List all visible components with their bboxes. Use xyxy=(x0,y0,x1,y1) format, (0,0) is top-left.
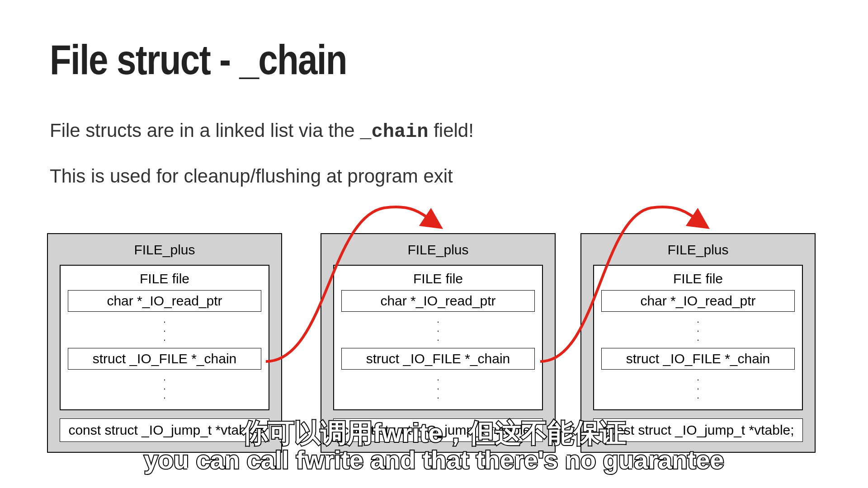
inner-box-3: FILE file char *_IO_read_ptr ... struct … xyxy=(593,265,803,410)
field-read-ptr-2: char *_IO_read_ptr xyxy=(341,290,535,312)
struct-box-1: FILE_plus FILE file char *_IO_read_ptr .… xyxy=(47,233,282,453)
field-chain-1: struct _IO_FILE *_chain xyxy=(68,348,261,370)
field-vtable-1: const struct _IO_jump_t *vtable; xyxy=(60,418,269,442)
inner-box-1: FILE file char *_IO_read_ptr ... struct … xyxy=(60,265,269,410)
field-chain-2: struct _IO_FILE *_chain xyxy=(341,348,535,370)
struct-title-2: FILE_plus xyxy=(333,242,543,258)
field-vtable-3: const struct _IO_jump_t *vtable; xyxy=(593,418,803,442)
body-text-1: File structs are in a linked list via th… xyxy=(50,120,818,143)
inner-title-3: FILE file xyxy=(601,271,795,286)
slide-title: File struct - _chain xyxy=(50,36,703,84)
body-text-1-post: field! xyxy=(429,120,474,141)
struct-box-2: FILE_plus FILE file char *_IO_read_ptr .… xyxy=(321,233,556,453)
diagram: FILE_plus FILE file char *_IO_read_ptr .… xyxy=(47,233,816,477)
field-vtable-2: const struct _IO_jump_t *vtable; xyxy=(333,418,543,442)
dots-1b: ... xyxy=(68,370,261,406)
struct-title-3: FILE_plus xyxy=(593,242,803,258)
dots-2b: ... xyxy=(341,370,535,406)
body-text-1-code: _chain xyxy=(360,121,428,143)
body-text-1-pre: File structs are in a linked list via th… xyxy=(50,120,360,141)
dots-1a: ... xyxy=(68,312,261,348)
struct-title-1: FILE_plus xyxy=(60,242,269,258)
field-read-ptr-3: char *_IO_read_ptr xyxy=(601,290,795,312)
dots-3b: ... xyxy=(601,370,795,406)
inner-title-2: FILE file xyxy=(341,271,535,286)
inner-box-2: FILE file char *_IO_read_ptr ... struct … xyxy=(333,265,543,410)
dots-2a: ... xyxy=(341,312,535,348)
struct-box-3: FILE_plus FILE file char *_IO_read_ptr .… xyxy=(580,233,816,453)
inner-title-1: FILE file xyxy=(68,271,261,286)
field-read-ptr-1: char *_IO_read_ptr xyxy=(68,290,261,312)
body-text-2: This is used for cleanup/flushing at pro… xyxy=(50,165,818,187)
field-chain-3: struct _IO_FILE *_chain xyxy=(601,348,795,370)
dots-3a: ... xyxy=(601,312,795,348)
